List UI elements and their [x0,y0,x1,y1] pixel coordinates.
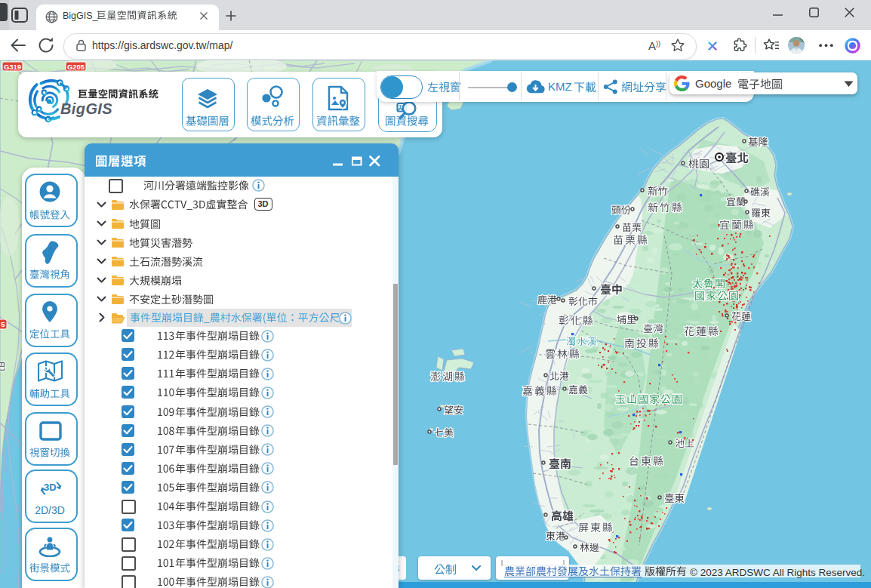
svg-text:G319: G319 [4,63,21,71]
svg-text:5: 5 [1,320,5,328]
svg-text:G205: G205 [67,63,85,71]
svg-text:3D: 3D [44,482,57,493]
